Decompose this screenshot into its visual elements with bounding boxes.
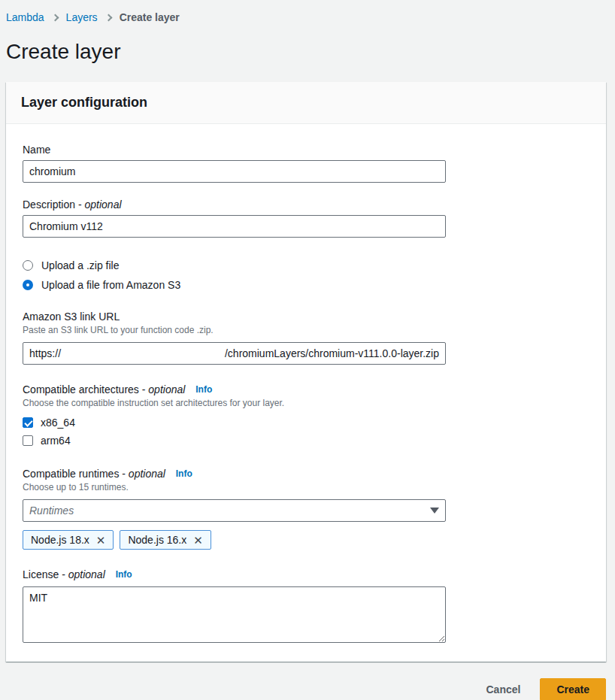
checkbox-icon[interactable] — [23, 435, 33, 446]
architectures-hint: Choose the compatible instruction set ar… — [23, 398, 589, 408]
s3-url-label: Amazon S3 link URL — [23, 311, 589, 323]
runtimes-label: Compatible runtimesoptional Info — [23, 468, 589, 480]
name-field-group: Name — [23, 144, 589, 183]
runtime-token-list: Node.js 18.x Node.js 16.x — [23, 530, 589, 550]
runtimes-field-group: Compatible runtimesoptional Info Choose … — [23, 468, 589, 550]
description-label-text: Description — [23, 198, 75, 211]
runtimes-label-text: Compatible runtimes — [23, 468, 119, 480]
s3-url-field-group: Amazon S3 link URL Paste an S3 link URL … — [23, 311, 589, 365]
breadcrumb: Lambda Layers Create layer — [6, 11, 606, 23]
breadcrumb-layers[interactable]: Layers — [66, 11, 98, 23]
name-input[interactable] — [23, 160, 446, 183]
name-label: Name — [23, 144, 589, 156]
architectures-label: Compatible architecturesoptional Info — [23, 383, 589, 395]
description-label: Descriptionoptional — [23, 198, 589, 211]
description-field-group: Descriptionoptional — [23, 198, 589, 238]
breadcrumb-lambda[interactable]: Lambda — [6, 11, 44, 23]
runtime-token-nodejs18: Node.js 18.x — [23, 530, 114, 550]
radio-upload-s3-label: Upload a file from Amazon S3 — [41, 279, 180, 291]
optional-suffix: optional — [75, 198, 122, 211]
runtimes-select[interactable]: Runtimes — [23, 499, 446, 522]
panel-title: Layer configuration — [21, 95, 591, 111]
checkbox-arm64-label: arm64 — [41, 435, 71, 447]
breadcrumb-current: Create layer — [120, 11, 180, 23]
architectures-label-text: Compatible architectures — [23, 383, 139, 395]
radio-upload-s3[interactable]: Upload a file from Amazon S3 — [23, 279, 589, 291]
s3-url-input[interactable]: https:// /chromiumLayers/chromium-v111.0… — [23, 342, 446, 365]
s3-url-prefix: https:// — [29, 347, 61, 359]
checkbox-checked-icon[interactable] — [23, 417, 33, 428]
radio-upload-zip-label: Upload a .zip file — [41, 259, 120, 271]
runtime-token-label: Node.js 16.x — [128, 534, 186, 546]
chevron-right-icon — [105, 14, 112, 21]
runtimes-info-link[interactable]: Info — [176, 468, 192, 479]
page-title: Create layer — [6, 40, 606, 64]
license-field-group: Licenseoptional Info MIT — [23, 568, 589, 645]
optional-suffix: optional — [59, 568, 105, 580]
checkbox-arm64[interactable]: arm64 — [23, 435, 589, 447]
optional-suffix: optional — [119, 468, 165, 480]
s3-url-suffix: /chromiumLayers/chromium-v111.0.0-layer.… — [225, 347, 439, 359]
description-input[interactable] — [23, 215, 446, 238]
chevron-right-icon — [51, 14, 59, 21]
s3-url-hint: Paste an S3 link URL to your function co… — [23, 325, 589, 335]
checkbox-x86-64[interactable]: x86_64 — [23, 417, 589, 429]
license-label-text: License — [23, 568, 59, 580]
runtimes-hint: Choose up to 15 runtimes. — [23, 482, 589, 492]
panel-body: Name Descriptionoptional Upload a .zip f… — [6, 124, 606, 662]
dismiss-token-icon[interactable] — [96, 535, 106, 546]
runtime-token-label: Node.js 18.x — [31, 534, 89, 546]
radio-icon[interactable] — [23, 260, 33, 271]
optional-suffix: optional — [139, 383, 186, 395]
layer-configuration-panel: Layer configuration Name Descriptionopti… — [6, 82, 606, 662]
radio-selected-icon[interactable] — [23, 280, 33, 290]
runtimes-select-placeholder: Runtimes — [29, 505, 74, 517]
radio-upload-zip[interactable]: Upload a .zip file — [23, 259, 589, 271]
dismiss-token-icon[interactable] — [193, 535, 203, 546]
license-label: Licenseoptional Info — [23, 568, 589, 580]
caret-down-icon — [430, 508, 439, 514]
panel-header: Layer configuration — [6, 82, 606, 124]
architectures-field-group: Compatible architecturesoptional Info Ch… — [23, 383, 589, 447]
page: Lambda Layers Create layer Create layer … — [0, 0, 615, 700]
runtime-token-nodejs16: Node.js 16.x — [120, 530, 211, 550]
architectures-info-link[interactable]: Info — [195, 384, 212, 395]
cancel-button[interactable]: Cancel — [486, 683, 520, 695]
footer-actions: Cancel Create — [6, 678, 606, 700]
upload-source-radio-group: Upload a .zip file Upload a file from Am… — [23, 259, 589, 291]
license-info-link[interactable]: Info — [116, 569, 132, 580]
create-button[interactable]: Create — [540, 678, 606, 700]
license-textarea[interactable]: MIT — [23, 586, 446, 643]
checkbox-x86-64-label: x86_64 — [41, 417, 75, 429]
